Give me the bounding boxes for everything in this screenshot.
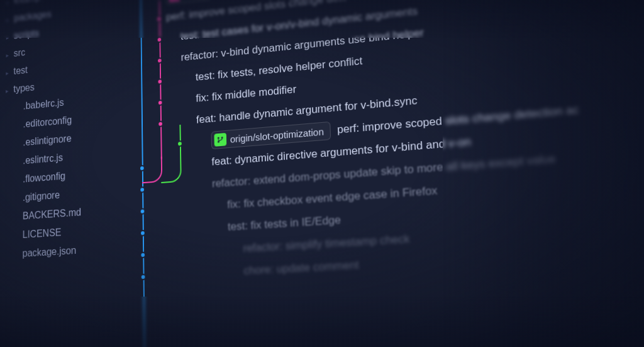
commit-graph-panel: feat: dynamic directive arguments for v-… xyxy=(94,0,644,347)
commit-node[interactable] xyxy=(139,186,145,193)
file-tree: examplespackagesscriptssrctesttypes.babe… xyxy=(0,0,96,347)
commit-message: chore: update comment xyxy=(243,258,359,278)
commit-message: test: fix tests in IE/Edge xyxy=(228,213,341,234)
svg-point-5 xyxy=(221,137,223,139)
branch-tag-label: origin/slot-optimization xyxy=(230,125,324,144)
branch-icon xyxy=(169,0,180,3)
branch-icon xyxy=(214,133,226,147)
svg-point-3 xyxy=(218,137,219,139)
commit-node[interactable] xyxy=(140,273,147,280)
commit-node[interactable] xyxy=(140,252,146,259)
commit-list: feat: dynamic directive arguments for v-… xyxy=(152,0,644,287)
commit-node[interactable] xyxy=(140,230,146,237)
commit-node[interactable] xyxy=(140,208,146,215)
